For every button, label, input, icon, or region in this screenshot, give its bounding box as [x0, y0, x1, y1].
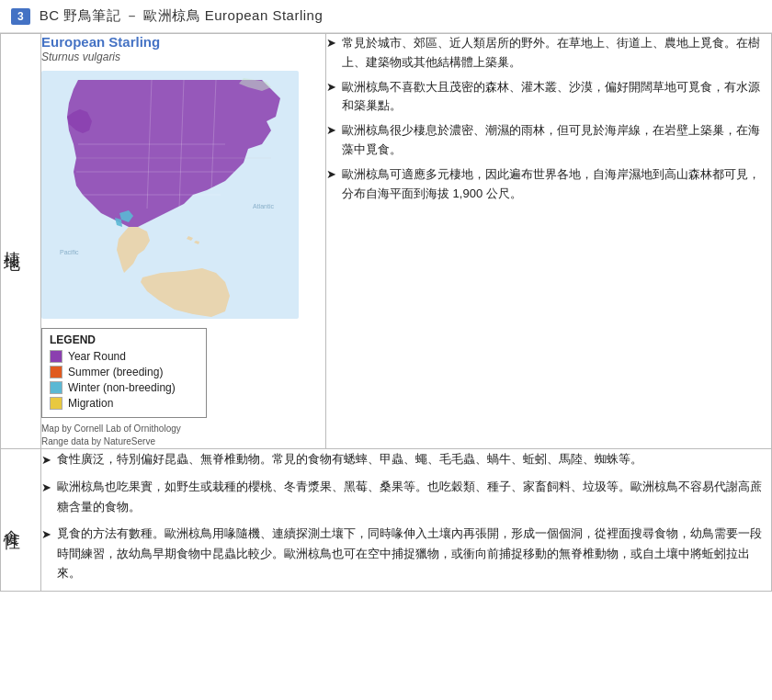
diet-para-3: ➤ 覓食的方法有數種。歐洲椋鳥用喙隨機、連續探測土壤下，同時喙伸入土壤內再張開，…: [41, 524, 771, 582]
arrow-icon-4: ➤: [326, 165, 336, 204]
main-content-table: 棲地 European Starling Sturnus vulgaris: [0, 33, 772, 592]
diet-row: 食性 ➤ 食性廣泛，特別偏好昆蟲、無脊椎動物。常見的食物有蟋蟀、甲蟲、蠅、毛毛蟲…: [1, 449, 772, 592]
habitat-desc-4: ➤ 歐洲椋鳥可適應多元棲地，因此遍布世界各地，自海岸濕地到高山森林都可見，分布自…: [326, 165, 771, 204]
migration-swatch: [50, 397, 62, 410]
page-number: 3: [11, 8, 30, 25]
diet-para-1: ➤ 食性廣泛，特別偏好昆蟲、無脊椎動物。常見的食物有蟋蟀、甲蟲、蠅、毛毛蟲、蝸牛…: [41, 449, 771, 469]
winter-label: Winter (non-breeding): [68, 381, 176, 394]
diet-content-cell: ➤ 食性廣泛，特別偏好昆蟲、無脊椎動物。常見的食物有蟋蟀、甲蟲、蠅、毛毛蟲、蝸牛…: [41, 449, 772, 592]
map-container: Pacific Atlantic: [41, 71, 299, 319]
diet-arrow-3: ➤: [41, 525, 51, 582]
page-title: BC 野鳥筆記 － 歐洲椋鳥 European Starling: [40, 7, 324, 25]
map-credit: Map by Cornell Lab of Ornithology Range …: [41, 423, 325, 448]
year-round-label: Year Round: [68, 350, 126, 363]
map-cell: European Starling Sturnus vulgaris: [41, 34, 326, 449]
habitat-desc-1: ➤ 常見於城市、郊區、近人類居所的野外。在草地上、街道上、農地上覓食。在樹上、建…: [326, 34, 771, 73]
arrow-icon-2: ➤: [326, 78, 336, 117]
map-title-en: European Starling: [41, 34, 325, 50]
summer-label: Summer (breeding): [68, 366, 163, 378]
habitat-label: 棲地: [1, 34, 41, 449]
arrow-icon-1: ➤: [326, 34, 336, 73]
diet-text-2: 歐洲椋鳥也吃果實，如野生或栽種的櫻桃、冬青漿果、黑莓、桑果等。也吃穀類、種子、家…: [57, 477, 771, 516]
diet-text-1: 食性廣泛，特別偏好昆蟲、無脊椎動物。常見的食物有蟋蟀、甲蟲、蠅、毛毛蟲、蝸牛、蚯…: [57, 449, 642, 469]
summer-swatch: [50, 366, 62, 378]
habitat-desc-text-4: 歐洲椋鳥可適應多元棲地，因此遍布世界各地，自海岸濕地到高山森林都可見，分布自海平…: [342, 165, 771, 204]
habitat-row: 棲地 European Starling Sturnus vulgaris: [1, 34, 772, 449]
habitat-desc-2: ➤ 歐洲椋鳥不喜歡大且茂密的森林、灌木叢、沙漠，偏好開闊草地可覓食，有水源和築巢…: [326, 78, 771, 117]
map-legend: LEGEND Year Round Summer (breeding) Wint…: [41, 328, 207, 418]
range-map-svg: Pacific Atlantic: [41, 71, 299, 319]
map-credit-line2: Range data by NatureServe: [41, 436, 155, 446]
map-credit-line1: Map by Cornell Lab of Ornithology: [41, 423, 181, 434]
diet-text-3: 覓食的方法有數種。歐洲椋鳥用喙隨機、連續探測土壤下，同時喙伸入土壤內再張開，形成…: [57, 524, 771, 582]
habitat-desc-3: ➤ 歐洲椋鳥很少棲息於濃密、潮濕的雨林，但可見於海岸線，在岩壁上築巢，在海藻中覓…: [326, 121, 771, 160]
habitat-description-cell: ➤ 常見於城市、郊區、近人類居所的野外。在草地上、街道上、農地上覓食。在樹上、建…: [326, 34, 772, 449]
map-title-latin: Sturnus vulgaris: [41, 51, 325, 63]
habitat-desc-text-3: 歐洲椋鳥很少棲息於濃密、潮濕的雨林，但可見於海岸線，在岩壁上築巢，在海藻中覓食。: [342, 121, 771, 160]
migration-label: Migration: [68, 397, 113, 410]
page-header: 3 BC 野鳥筆記 － 歐洲椋鳥 European Starling: [0, 0, 772, 33]
winter-swatch: [50, 381, 62, 394]
legend-item-summer: Summer (breeding): [50, 366, 199, 378]
year-round-swatch: [50, 350, 62, 363]
diet-label: 食性: [1, 449, 41, 592]
legend-title: LEGEND: [50, 333, 199, 346]
legend-item-migration: Migration: [50, 397, 199, 410]
diet-arrow-1: ➤: [41, 450, 51, 469]
legend-item-year-round: Year Round: [50, 350, 199, 363]
habitat-desc-text-2: 歐洲椋鳥不喜歡大且茂密的森林、灌木叢、沙漠，偏好開闊草地可覓食，有水源和築巢點。: [342, 78, 771, 117]
arrow-icon-3: ➤: [326, 121, 336, 160]
svg-text:Atlantic: Atlantic: [253, 203, 274, 209]
svg-text:Pacific: Pacific: [60, 249, 79, 255]
diet-para-2: ➤ 歐洲椋鳥也吃果實，如野生或栽種的櫻桃、冬青漿果、黑莓、桑果等。也吃穀類、種子…: [41, 477, 771, 516]
legend-item-winter: Winter (non-breeding): [50, 381, 199, 394]
habitat-desc-text-1: 常見於城市、郊區、近人類居所的野外。在草地上、街道上、農地上覓食。在樹上、建築物…: [342, 34, 771, 73]
diet-arrow-2: ➤: [41, 478, 51, 516]
